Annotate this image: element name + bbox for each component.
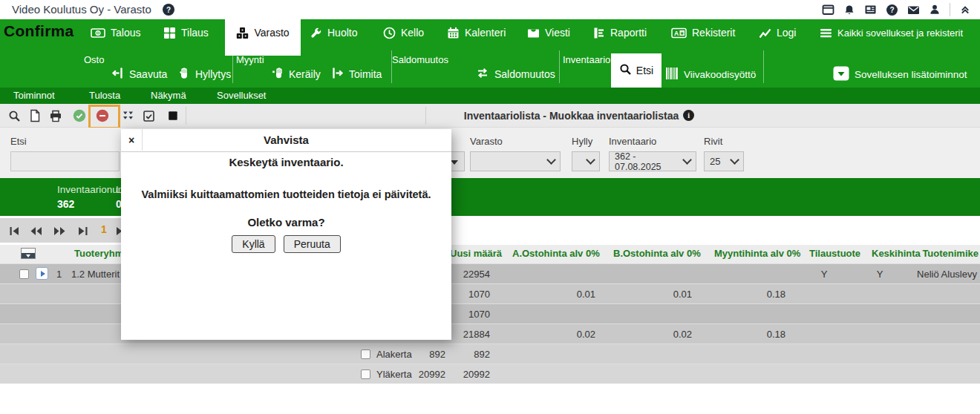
page-title: Video Koulutus Oy - Varasto — [12, 3, 151, 16]
svg-text:A: A — [674, 30, 679, 37]
news-icon[interactable] — [864, 4, 877, 16]
nav-item-kalenteri[interactable]: Kalenteri — [442, 19, 510, 46]
sub-item-viivakoodisyotto[interactable]: Viivakoodisyöttö — [665, 64, 756, 85]
window-icon[interactable] — [822, 4, 834, 16]
prev-page-button[interactable] — [30, 226, 42, 236]
nav-item-label: Logi — [777, 27, 796, 39]
current-page-number[interactable]: 1 — [101, 223, 107, 235]
arrow-left-bar-icon — [111, 67, 124, 82]
inbox-icon — [527, 27, 540, 39]
checkbox-checked-icon[interactable] — [142, 109, 155, 122]
col-header-b-ostohinta[interactable]: B.Ostohinta alv 0% — [613, 248, 701, 259]
close-icon[interactable]: × — [121, 129, 143, 151]
row-checkbox[interactable] — [361, 349, 370, 359]
collapse-chevrons-icon[interactable] — [959, 4, 971, 16]
yes-button[interactable]: Kyllä — [232, 235, 275, 253]
nav-item-kello[interactable]: Kello — [379, 19, 428, 46]
row-checkbox[interactable] — [19, 269, 29, 279]
nav-item-talous[interactable]: Talous — [86, 19, 145, 46]
menu-item-tulosta[interactable]: Tulosta — [89, 88, 120, 104]
chevron-down-icon — [546, 155, 556, 165]
nav-item-rekisterit[interactable]: A★ Rekisterit — [667, 19, 739, 46]
banknote-icon — [91, 27, 105, 39]
last-page-button[interactable] — [77, 226, 89, 236]
nav-item-label: Raportti — [610, 27, 647, 39]
sales-price-cell: 0.18 — [711, 289, 785, 300]
menu-item-nakyma[interactable]: Näkymä — [151, 88, 186, 104]
col-header-tuotenimike[interactable]: Tuotenimike — [919, 248, 979, 259]
sub-item-lisatoiminnot[interactable]: Sovelluksen lisätoiminnot — [833, 64, 967, 85]
print-icon[interactable] — [49, 109, 62, 122]
view-title: Inventaariolista - Muokkaa inventaarioli… — [445, 104, 713, 127]
col-header-uusi-maara[interactable]: Uusi määrä — [450, 248, 502, 259]
hylly-select[interactable] — [572, 151, 600, 171]
nav-item-raportti[interactable]: Raportti — [588, 19, 651, 46]
abort-red-icon[interactable] — [96, 109, 109, 122]
first-page-button[interactable] — [9, 226, 21, 236]
svg-text:★: ★ — [680, 30, 685, 35]
collate-icon[interactable] — [121, 109, 134, 122]
dropdown-square-icon — [833, 66, 849, 83]
col-header-a-ostohinta[interactable]: A.Ostohinta alv 0% — [512, 248, 600, 259]
table-row: Yläkerta 20992 20992 — [0, 364, 980, 384]
stop-square-icon[interactable] — [166, 109, 180, 122]
menu-item-sovellukset[interactable]: Sovellukset — [217, 88, 266, 104]
nav-item-tilaus[interactable]: Tilaus — [159, 19, 213, 46]
arrow-right-bar-icon — [331, 67, 344, 82]
varasto-select[interactable] — [470, 151, 561, 171]
product-name-cell: Neliö Aluslevy — [891, 269, 977, 280]
column-filter-button[interactable] — [21, 248, 36, 259]
nav-item-label: Tilaus — [181, 27, 209, 39]
row-checkbox[interactable] — [361, 369, 370, 379]
info-icon[interactable]: i — [683, 110, 694, 121]
confirm-green-icon[interactable] — [73, 109, 86, 122]
inventory-number-value: 362 — [57, 198, 74, 210]
hand-icon — [178, 67, 190, 82]
sub-item-label: Saldomuutos — [494, 68, 555, 80]
menu-item-toiminnot[interactable]: Toiminnot — [13, 88, 55, 104]
dialog-header: × Vahvista — [121, 129, 451, 152]
sub-item-saldomuutos[interactable]: Saldomuutos — [476, 64, 555, 85]
search-input[interactable] — [10, 151, 120, 171]
next-page-button[interactable] — [53, 226, 65, 236]
col-header-myyntihinta[interactable]: Myyntihinta alv 0% — [714, 248, 800, 259]
dropdown-arrow-icon — [451, 160, 458, 165]
subnav-divider — [559, 50, 560, 83]
user-icon[interactable] — [929, 4, 941, 16]
search-tool-icon[interactable] — [7, 109, 21, 122]
sub-item-hyllytys[interactable]: Hyllytys — [178, 64, 231, 85]
titlebar-divider — [950, 3, 950, 16]
nav-item-varasto[interactable]: Varasto — [225, 19, 301, 46]
nav-item-huolto[interactable]: Huolto — [305, 19, 362, 46]
expand-row-button[interactable] — [36, 267, 48, 280]
mail-icon[interactable] — [907, 4, 920, 16]
sub-item-keraily[interactable]: Keräily — [272, 64, 321, 85]
nav-item-label: Rekisterit — [692, 27, 735, 39]
dialog-title: Vahvista — [121, 129, 451, 151]
cancel-button[interactable]: Peruuta — [284, 235, 341, 253]
col-header-keskihinta[interactable]: Keskihinta — [872, 248, 921, 259]
order-product-cell: Y — [802, 269, 846, 280]
help-badge-icon[interactable]: ? — [163, 4, 174, 16]
chevron-down-icon — [730, 155, 739, 165]
inventaario-select[interactable]: 362 - 07.08.2025 — [609, 151, 696, 171]
nav-item-all-apps[interactable]: Kaikki sovellukset ja rekisterit — [815, 19, 967, 46]
nav-item-viesti[interactable]: Viesti — [523, 19, 575, 46]
nav-item-logi[interactable]: Logi — [754, 19, 800, 46]
sub-item-etsi[interactable]: Etsi — [611, 53, 662, 88]
subnav-divider — [232, 50, 233, 83]
sub-item-toimita[interactable]: Toimita — [331, 64, 382, 85]
table-row: Alakerta 892 892 — [0, 344, 980, 364]
help-icon[interactable]: ? — [886, 4, 898, 16]
toolbar-divider — [425, 107, 426, 125]
group-label-osto: Osto — [84, 54, 104, 65]
col-header-tilaustuote[interactable]: Tilaustuote — [809, 248, 860, 259]
sub-item-saavuta[interactable]: Saavuta — [111, 64, 167, 85]
chevron-down-icon — [586, 155, 595, 165]
a-purchase-price-cell: 0.02 — [521, 329, 595, 340]
group-label-inventaario: Inventaario — [563, 54, 610, 65]
rivit-select[interactable]: 25 — [704, 151, 744, 171]
bell-icon[interactable] — [843, 4, 855, 16]
new-document-icon[interactable] — [28, 109, 42, 122]
new-quantity-cell: 20992 — [416, 369, 490, 380]
